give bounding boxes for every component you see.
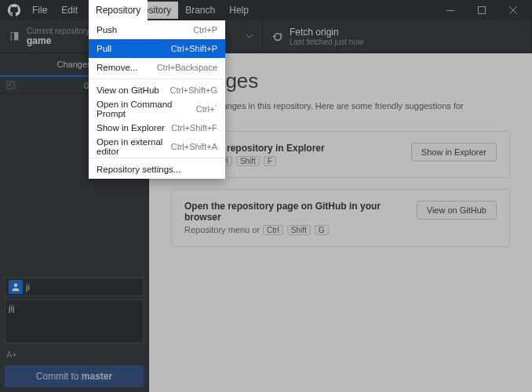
card-title: Open the repository page on GitHub in yo… bbox=[184, 201, 417, 223]
kbd: F bbox=[264, 156, 276, 166]
svg-rect-1 bbox=[479, 7, 486, 14]
sync-icon bbox=[272, 31, 283, 42]
dropdown-item-push[interactable]: PushCtrl+P bbox=[89, 20, 225, 39]
view-on-github-button[interactable]: View on GitHub bbox=[417, 201, 497, 220]
github-logo-icon bbox=[8, 4, 20, 16]
dropdown-item-label: Remove... bbox=[97, 63, 137, 72]
repo-name: game bbox=[27, 35, 89, 46]
dropdown-item-label: Open in Command Prompt bbox=[97, 100, 196, 118]
dropdown-item-view-on-github[interactable]: View on GitHubCtrl+Shift+G bbox=[89, 81, 225, 100]
fetch-origin-button[interactable]: Fetch origin Last fetched just now bbox=[263, 20, 532, 53]
commit-button[interactable]: Commit to master bbox=[5, 365, 144, 387]
titlebar: FileEditViewRepositoryBranchHelp bbox=[0, 0, 532, 20]
dropdown-item-shortcut: Ctrl+Backspace bbox=[157, 63, 217, 72]
kbd: Shift bbox=[287, 225, 311, 235]
svg-point-4 bbox=[14, 284, 18, 288]
dropdown-item-label: Pull bbox=[97, 44, 111, 53]
dropdown-item-repository-settings-[interactable]: Repository settings... bbox=[89, 160, 225, 179]
repo-label: Current repository bbox=[27, 27, 89, 35]
fetch-status: Last fetched just now bbox=[290, 38, 363, 46]
toolbar: Current repository game Fetch origin Las… bbox=[0, 20, 532, 53]
chevron-down-icon bbox=[246, 34, 253, 38]
dropdown-item-pull[interactable]: PullCtrl+Shift+P bbox=[89, 39, 225, 58]
dropdown-item-open-in-external-editor[interactable]: Open in external editorCtrl+Shift+A bbox=[89, 137, 225, 156]
dropdown-item-shortcut: Ctrl+Shift+A bbox=[171, 142, 217, 151]
dropdown-item-label: Repository settings... bbox=[97, 165, 180, 174]
select-all-checkbox[interactable] bbox=[6, 81, 15, 89]
dropdown-item-shortcut: Ctrl+Shift+P bbox=[171, 44, 217, 53]
menu-help[interactable]: Help bbox=[222, 2, 256, 19]
dropdown-separator bbox=[89, 78, 225, 79]
card-view-on-github: Open the repository page on GitHub in yo… bbox=[171, 189, 510, 247]
menu-file[interactable]: File bbox=[25, 2, 54, 19]
card-hint: Repository menu or Ctrl Shift G bbox=[184, 225, 417, 235]
menu-edit[interactable]: Edit bbox=[54, 2, 85, 19]
avatar bbox=[9, 280, 23, 294]
show-in-explorer-button[interactable]: Show in Explorer bbox=[411, 143, 497, 162]
kbd: G bbox=[315, 225, 329, 235]
minimize-button[interactable] bbox=[435, 0, 466, 20]
maximize-button[interactable] bbox=[466, 0, 497, 20]
kbd: Shift bbox=[236, 156, 260, 166]
add-co-author[interactable]: A+ bbox=[5, 347, 144, 362]
commit-description-input[interactable] bbox=[5, 299, 144, 343]
dropdown-item-shortcut: Ctrl+P bbox=[193, 25, 217, 34]
dropdown-item-show-in-explorer[interactable]: Show in ExplorerCtrl+Shift+F bbox=[89, 118, 225, 137]
dropdown-item-remove-[interactable]: Remove...Ctrl+Backspace bbox=[89, 58, 225, 77]
dropdown-separator bbox=[89, 158, 225, 158]
dropdown-item-label: Show in Explorer bbox=[97, 123, 165, 132]
fetch-label: Fetch origin bbox=[290, 27, 363, 38]
commit-summary-input[interactable] bbox=[26, 282, 143, 292]
dropdown-item-label: View on GitHub bbox=[97, 85, 159, 95]
close-button[interactable] bbox=[497, 0, 529, 20]
repository-dropdown: PushCtrl+PPullCtrl+Shift+PRemove...Ctrl+… bbox=[89, 20, 225, 179]
commit-form: A+ Commit to master bbox=[0, 273, 148, 392]
menu-repository-open[interactable]: Repository bbox=[89, 0, 148, 20]
dropdown-item-shortcut: Ctrl+Shift+F bbox=[171, 123, 217, 132]
repo-icon bbox=[9, 31, 20, 42]
dropdown-item-label: Open in external editor bbox=[97, 137, 171, 156]
kbd: Ctrl bbox=[263, 225, 283, 235]
dropdown-item-shortcut: Ctrl+` bbox=[196, 104, 217, 114]
menu-branch[interactable]: Branch bbox=[178, 2, 222, 19]
dropdown-item-label: Push bbox=[97, 25, 117, 34]
window-controls bbox=[435, 0, 529, 20]
dropdown-item-open-in-command-prompt[interactable]: Open in Command PromptCtrl+` bbox=[89, 100, 225, 118]
dropdown-item-shortcut: Ctrl+Shift+G bbox=[169, 85, 217, 95]
